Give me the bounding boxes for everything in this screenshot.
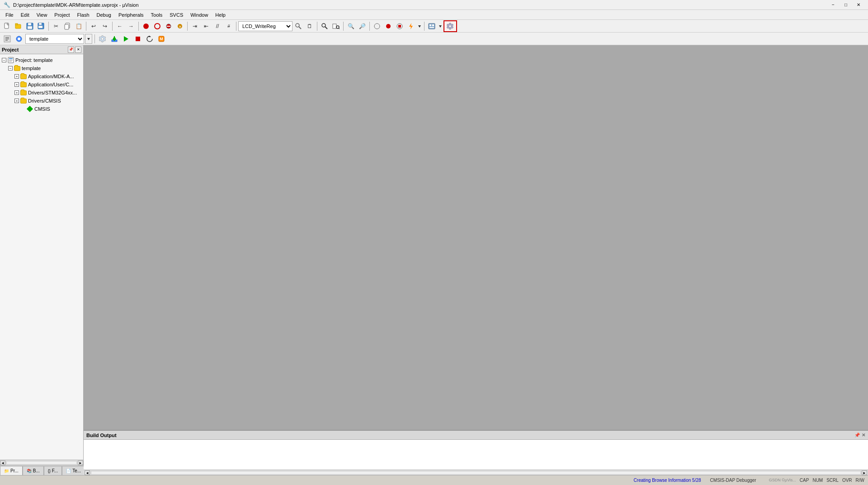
cut-button[interactable]: ✂ bbox=[51, 21, 61, 31]
build-output-pin[interactable]: 📌 bbox=[854, 433, 860, 438]
panel-header: Project 📌 ✕ bbox=[0, 45, 83, 54]
insert-bkpt-button[interactable] bbox=[141, 21, 151, 31]
menu-peripherals[interactable]: Peripherals bbox=[115, 10, 147, 19]
nav-back-button[interactable]: ← bbox=[114, 21, 125, 31]
tab-books[interactable]: 📚 B... bbox=[23, 466, 44, 475]
target-dropdown-arrow[interactable] bbox=[85, 34, 92, 44]
build-output-close[interactable]: ✕ bbox=[862, 433, 865, 438]
panel-scrollbar[interactable]: ◄ ► bbox=[0, 460, 83, 465]
open-update-button[interactable]: M bbox=[156, 34, 167, 44]
build-scrollbar-track[interactable] bbox=[91, 471, 861, 475]
mdk-expand-icon[interactable]: + bbox=[14, 74, 19, 79]
save-all-button[interactable] bbox=[36, 21, 47, 31]
tb2-btn1[interactable] bbox=[2, 34, 13, 44]
scroll-left-button[interactable]: ◄ bbox=[0, 461, 5, 465]
menu-file[interactable]: File bbox=[2, 10, 17, 19]
menu-edit[interactable]: Edit bbox=[17, 10, 33, 19]
record-button[interactable] bbox=[383, 21, 394, 31]
svg-rect-32 bbox=[429, 24, 431, 26]
tree-root[interactable]: − Project: template bbox=[0, 56, 83, 64]
menu-project[interactable]: Project bbox=[51, 10, 73, 19]
indent-button[interactable]: ⇥ bbox=[189, 21, 200, 31]
svg-marker-35 bbox=[439, 25, 442, 28]
menu-debug[interactable]: Debug bbox=[93, 10, 115, 19]
stop-button[interactable] bbox=[132, 34, 143, 44]
build-scroll-right[interactable]: ► bbox=[862, 471, 867, 475]
disable-bkpt-button[interactable] bbox=[163, 21, 174, 31]
menu-svcs[interactable]: SVCS bbox=[166, 10, 187, 19]
scrollbar-track[interactable] bbox=[6, 461, 77, 465]
undo-button[interactable]: ↩ bbox=[88, 21, 99, 31]
scroll-right-button[interactable]: ► bbox=[78, 461, 83, 465]
menu-help[interactable]: Help bbox=[212, 10, 229, 19]
options-for-target-button[interactable] bbox=[97, 34, 108, 44]
find-in-files-button[interactable] bbox=[330, 21, 341, 31]
tb2-btn2[interactable] bbox=[14, 34, 24, 44]
build-output-panel: Build Output 📌 ✕ ◄ ► bbox=[84, 430, 868, 475]
tree-group-template[interactable]: − template bbox=[0, 64, 83, 72]
close-button[interactable]: ✕ bbox=[853, 1, 864, 9]
menu-view[interactable]: View bbox=[33, 10, 51, 19]
cmsis-drivers-expand-icon[interactable]: + bbox=[14, 99, 19, 103]
tab-templates[interactable]: 📄 Te... bbox=[62, 466, 85, 475]
zoom-out-button[interactable]: 🔎 bbox=[357, 21, 368, 31]
tree-item-cmsis-drivers[interactable]: + Drivers/CMSIS bbox=[0, 97, 83, 105]
tab-functions[interactable]: {} F... bbox=[44, 466, 62, 475]
build-config-button[interactable] bbox=[426, 21, 437, 31]
stm32-folder-icon bbox=[20, 89, 27, 96]
paste-button[interactable]: 📋 bbox=[73, 21, 84, 31]
menu-window[interactable]: Window bbox=[187, 10, 212, 19]
copy-button[interactable] bbox=[62, 21, 73, 31]
reset-button[interactable] bbox=[144, 34, 155, 44]
func-find-button[interactable] bbox=[293, 21, 304, 31]
kill-bkpt-button[interactable]: ✕ bbox=[175, 21, 185, 31]
build-scroll-left[interactable]: ◄ bbox=[85, 471, 90, 475]
tree-item-mdk[interactable]: + Application/MDK-A... bbox=[0, 72, 83, 80]
redo-button[interactable]: ↪ bbox=[99, 21, 110, 31]
build-scrollbar[interactable]: ◄ ► bbox=[84, 470, 868, 475]
maximize-button[interactable]: □ bbox=[840, 1, 852, 9]
comment-button[interactable]: // bbox=[212, 21, 223, 31]
run-button[interactable] bbox=[372, 21, 382, 31]
minimize-button[interactable]: − bbox=[827, 1, 839, 9]
stm32-expand-icon[interactable]: + bbox=[14, 90, 19, 95]
function-dropdown[interactable]: LCD_WriteReg bbox=[238, 21, 292, 31]
tree-item-user[interactable]: + Application/User/C... bbox=[0, 80, 83, 89]
flash-dropdown-arrow[interactable] bbox=[417, 21, 422, 31]
stop-circle-button[interactable] bbox=[394, 21, 405, 31]
title-bar: 🔧 D:\project\template\MDK-ARM\template.u… bbox=[0, 0, 868, 10]
root-expand-icon[interactable]: − bbox=[2, 58, 6, 62]
tree-item-cmsis[interactable]: CMSIS bbox=[0, 105, 83, 113]
menu-tools[interactable]: Tools bbox=[147, 10, 166, 19]
unindent-button[interactable]: ⇤ bbox=[201, 21, 212, 31]
download-button[interactable] bbox=[109, 34, 120, 44]
editor-area[interactable] bbox=[84, 45, 868, 430]
panel-pin-button[interactable]: 📌 bbox=[68, 47, 74, 53]
new-file-button[interactable] bbox=[2, 21, 13, 31]
save-button[interactable] bbox=[24, 21, 35, 31]
tree-item-stm32[interactable]: + Drivers/STM32G4xx... bbox=[0, 89, 83, 97]
svg-text:✕: ✕ bbox=[179, 25, 182, 29]
project-panel: Project 📌 ✕ − Project: template − bbox=[0, 45, 84, 475]
func-nav-button[interactable]: 🗒 bbox=[304, 21, 315, 31]
zoom-in-button[interactable]: 🔍 bbox=[345, 21, 356, 31]
user-expand-icon[interactable]: + bbox=[14, 82, 19, 87]
find-button[interactable] bbox=[319, 21, 330, 31]
flash-fire-button[interactable] bbox=[406, 21, 416, 31]
build-config-dropdown-arrow[interactable] bbox=[438, 21, 443, 31]
settings-wrench-button[interactable] bbox=[443, 20, 457, 32]
run-debug-button[interactable] bbox=[121, 34, 132, 44]
panel-close-button[interactable]: ✕ bbox=[75, 47, 81, 53]
status-browse-info[interactable]: Creating Browse Information 5/28 bbox=[634, 478, 701, 483]
svg-marker-50 bbox=[124, 36, 128, 42]
nav-forward-button[interactable]: → bbox=[126, 21, 137, 31]
target-select[interactable]: template bbox=[25, 34, 84, 44]
uncomment-button[interactable]: // bbox=[223, 21, 234, 31]
enable-bkpt-button[interactable] bbox=[152, 21, 163, 31]
build-content[interactable] bbox=[84, 440, 868, 470]
tab-project[interactable]: 📁 Pr... bbox=[0, 466, 23, 475]
svg-point-42 bbox=[18, 38, 20, 40]
template-expand-icon[interactable]: − bbox=[8, 66, 13, 71]
menu-flash[interactable]: Flash bbox=[74, 10, 93, 19]
open-file-button[interactable] bbox=[13, 21, 24, 31]
